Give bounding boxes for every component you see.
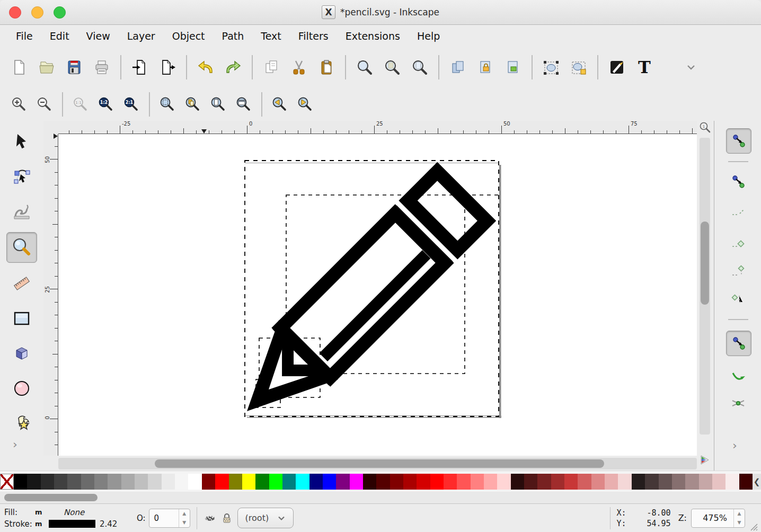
palette-swatch[interactable] bbox=[188, 474, 201, 490]
palette-scrollbar[interactable] bbox=[0, 492, 761, 503]
snap-enable-button[interactable] bbox=[726, 128, 751, 154]
zoom-page-button[interactable] bbox=[206, 92, 231, 117]
palette-swatch[interactable] bbox=[471, 474, 484, 490]
palette-swatch[interactable] bbox=[712, 474, 725, 490]
ungroup-objects-button[interactable] bbox=[565, 53, 592, 82]
3dbox-tool-button[interactable] bbox=[7, 339, 36, 368]
unlink-clone-button[interactable] bbox=[499, 53, 527, 82]
palette-swatch[interactable] bbox=[175, 474, 188, 490]
next-zoom-button[interactable] bbox=[293, 92, 318, 117]
palette-swatch[interactable] bbox=[403, 474, 417, 490]
zoom-1-1-button[interactable]: 1:1 bbox=[68, 92, 93, 117]
snap-bbox-corners-button[interactable] bbox=[726, 231, 750, 255]
menu-help[interactable]: Help bbox=[409, 25, 448, 47]
print-button[interactable] bbox=[88, 53, 116, 82]
cut-button[interactable] bbox=[285, 53, 313, 82]
new-document-button[interactable] bbox=[5, 53, 33, 82]
zoom-in-button[interactable] bbox=[6, 92, 32, 117]
zoom-2-1-button[interactable]: 2:1 bbox=[119, 92, 144, 117]
palette-swatch[interactable] bbox=[484, 474, 497, 490]
snap-bbox-centers-button[interactable] bbox=[726, 287, 750, 311]
zoom-spinbox[interactable]: 475% ▲▼ bbox=[691, 509, 745, 528]
node-tool-button[interactable] bbox=[7, 162, 36, 191]
canvas[interactable] bbox=[58, 134, 697, 456]
palette-swatch[interactable] bbox=[67, 474, 81, 490]
palette-swatch[interactable] bbox=[537, 474, 551, 490]
menu-extensions[interactable]: Extensions bbox=[337, 25, 409, 47]
palette-swatch[interactable] bbox=[54, 474, 67, 490]
palette-swatch[interactable] bbox=[94, 474, 108, 490]
zoom-out-button[interactable] bbox=[32, 92, 57, 117]
palette-swatch[interactable] bbox=[739, 474, 753, 490]
tweak-tool-button[interactable] bbox=[7, 197, 36, 226]
palette-swatch[interactable] bbox=[444, 474, 457, 490]
selector-tool-button[interactable] bbox=[7, 127, 36, 156]
palette-swatch[interactable] bbox=[296, 474, 309, 490]
opacity-spin-arrows[interactable]: ▲▼ bbox=[179, 509, 190, 527]
palette-swatch[interactable] bbox=[645, 474, 658, 490]
horizontal-scrollbar-thumb[interactable] bbox=[155, 459, 604, 468]
palette-swatch[interactable] bbox=[323, 474, 336, 490]
spin-down-icon[interactable]: ▼ bbox=[734, 518, 745, 527]
zoom-to-page-button[interactable] bbox=[406, 53, 433, 82]
palette-swatch[interactable] bbox=[255, 474, 269, 490]
toolbox-more-chevron[interactable]: › bbox=[13, 438, 17, 451]
snap-intersections-button[interactable] bbox=[726, 391, 750, 415]
menu-file[interactable]: File bbox=[7, 25, 41, 47]
zoom-to-selection-button[interactable] bbox=[351, 53, 378, 82]
fill-stroke-dialog-button[interactable] bbox=[603, 53, 631, 82]
palette-swatch[interactable] bbox=[430, 474, 444, 490]
palette-swatch[interactable] bbox=[363, 474, 376, 490]
layer-lock-toggle[interactable] bbox=[220, 512, 233, 525]
palette-swatch[interactable] bbox=[269, 474, 282, 490]
zoom-selection-button[interactable] bbox=[155, 92, 180, 117]
group-objects-button[interactable] bbox=[537, 53, 565, 82]
menu-filters[interactable]: Filters bbox=[290, 25, 337, 47]
palette-swatch[interactable] bbox=[685, 474, 698, 490]
palette-swatch[interactable] bbox=[618, 474, 631, 490]
palette-swatch[interactable] bbox=[309, 474, 323, 490]
palette-swatch[interactable] bbox=[215, 474, 228, 490]
spin-down-icon[interactable]: ▼ bbox=[179, 518, 190, 527]
palette-swatch[interactable] bbox=[108, 474, 121, 490]
palette-swatch[interactable] bbox=[564, 474, 578, 490]
palette-swatch[interactable] bbox=[725, 474, 739, 490]
palette-swatch[interactable] bbox=[376, 474, 390, 490]
palette-swatch[interactable] bbox=[350, 474, 363, 490]
window-resize-grip[interactable] bbox=[749, 522, 758, 531]
horizontal-scrollbar[interactable] bbox=[58, 458, 697, 469]
zoom-tool-button[interactable] bbox=[6, 232, 37, 263]
text-dialog-button[interactable]: T bbox=[631, 53, 658, 82]
menu-edit[interactable]: Edit bbox=[41, 25, 78, 47]
snap-toolbar-more-chevron[interactable]: › bbox=[732, 439, 737, 452]
create-clone-button[interactable] bbox=[472, 53, 499, 82]
palette-swatch[interactable] bbox=[14, 474, 27, 490]
layer-selector-button[interactable]: (root) bbox=[237, 508, 294, 528]
menu-path[interactable]: Path bbox=[214, 25, 253, 47]
palette-swatch[interactable] bbox=[591, 474, 605, 490]
snap-bbox-midpoints-button[interactable] bbox=[726, 259, 750, 283]
vertical-scrollbar-thumb[interactable] bbox=[701, 221, 709, 305]
palette-swatch[interactable] bbox=[81, 474, 94, 490]
zoom-drawing-button[interactable] bbox=[180, 92, 206, 117]
vertical-scrollbar[interactable] bbox=[700, 138, 710, 435]
palette-swatch[interactable] bbox=[229, 474, 242, 490]
palette-swatch[interactable] bbox=[202, 474, 215, 490]
opacity-spinbox[interactable]: 0 ▲▼ bbox=[149, 509, 190, 528]
snap-bbox-button[interactable] bbox=[726, 170, 750, 194]
palette-swatch[interactable] bbox=[457, 474, 470, 490]
color-management-toggle[interactable] bbox=[700, 455, 710, 465]
measure-tool-button[interactable] bbox=[7, 269, 36, 298]
ellipse-tool-button[interactable] bbox=[7, 374, 36, 403]
palette-scroll-left-button[interactable]: ❮ bbox=[753, 474, 761, 490]
vertical-ruler[interactable]: 50250 bbox=[43, 134, 58, 456]
palette-swatch[interactable] bbox=[497, 474, 510, 490]
toolbar-overflow-button[interactable] bbox=[677, 53, 705, 82]
palette-swatch[interactable] bbox=[511, 474, 524, 490]
palette-swatch[interactable] bbox=[148, 474, 161, 490]
previous-zoom-button[interactable] bbox=[267, 92, 293, 117]
fill-stroke-indicator[interactable]: Fill: m None Stroke: m 2.42 bbox=[4, 507, 128, 530]
sticky-zoom-icon[interactable]: 1 bbox=[699, 121, 712, 134]
palette-swatch[interactable] bbox=[242, 474, 255, 490]
palette-swatch[interactable] bbox=[632, 474, 645, 490]
